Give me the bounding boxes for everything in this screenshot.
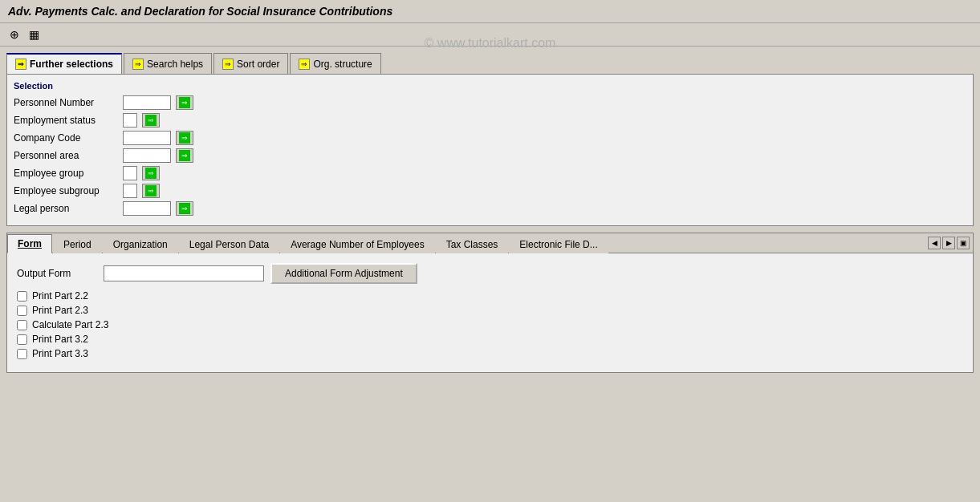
arrow-btn-employee-subgroup[interactable]: ⇒ <box>142 184 160 198</box>
arrow-btn-personnel-number[interactable]: ⇒ <box>176 95 193 110</box>
input-personnel-number[interactable] <box>123 95 171 110</box>
form-tab-content: Output Form Additional Form Adjustment P… <box>7 253 973 372</box>
checkbox-print-2-2: Print Part 2.2 <box>17 290 963 302</box>
tab-form[interactable]: Form <box>7 234 52 253</box>
checkbox-print-3-3: Print Part 3.3 <box>17 348 963 359</box>
checkbox-label-calculate-2-3[interactable]: Calculate Part 2.3 <box>32 319 108 330</box>
output-form-input[interactable] <box>104 265 264 281</box>
checkbox-label-print-2-3[interactable]: Print Part 2.3 <box>32 305 88 316</box>
input-employee-subgroup[interactable] <box>123 184 137 198</box>
output-form-label: Output Form <box>17 268 97 279</box>
checkbox-calculate-2-3: Calculate Part 2.3 <box>17 319 963 330</box>
tab-organization[interactable]: Organization <box>103 235 178 253</box>
arrow-btn-personnel-area[interactable]: ⇒ <box>176 148 193 163</box>
label-company-code: Company Code <box>14 132 118 144</box>
label-employee-subgroup: Employee subgroup <box>14 185 118 196</box>
app-title: Adv. Payments Calc. and Declaration for … <box>8 5 392 18</box>
layout-icon[interactable]: ▦ <box>26 26 42 43</box>
main-tabs-nav: Form Period Organization Legal Person Da… <box>7 233 973 253</box>
selection-panel: Selection Personnel Number ⇒ Employment … <box>6 74 974 226</box>
tab-legal-person-data[interactable]: Legal Person Data <box>179 235 279 253</box>
tab-search-helps[interactable]: ⇒ Search helps <box>124 53 212 74</box>
tab-tax-classes[interactable]: Tax Classes <box>436 235 509 253</box>
tab-scroll-left[interactable]: ◀ <box>928 237 941 249</box>
checkbox-input-print-3-3[interactable] <box>17 349 27 359</box>
tab-expand[interactable]: ▣ <box>957 237 970 249</box>
checkbox-input-print-2-2[interactable] <box>17 291 27 302</box>
label-personnel-number: Personnel Number <box>14 97 118 108</box>
input-legal-person[interactable] <box>123 201 171 216</box>
tab-scroll-buttons: ◀ ▶ ▣ <box>928 237 973 249</box>
toolbar: ⊕ ▦ © www.tutorialkart.com <box>0 23 980 47</box>
field-row-employee-group: Employee group ⇒ <box>14 166 966 180</box>
further-selections-arrow: ⇒ <box>15 59 26 70</box>
arrow-btn-employee-group[interactable]: ⇒ <box>142 166 160 180</box>
title-bar: Adv. Payments Calc. and Declaration for … <box>0 0 980 23</box>
label-personnel-area: Personnel area <box>14 150 118 161</box>
field-row-company-code: Company Code ⇒ <box>14 131 966 145</box>
tab-period[interactable]: Period <box>53 235 102 253</box>
checkbox-label-print-2-2[interactable]: Print Part 2.2 <box>32 290 88 302</box>
checkbox-label-print-3-3[interactable]: Print Part 3.3 <box>32 348 88 359</box>
checkbox-print-3-2: Print Part 3.2 <box>17 334 963 345</box>
tab-electronic-file[interactable]: Electronic File D... <box>509 235 608 253</box>
tab-further-selections[interactable]: ⇒ Further selections <box>6 53 122 74</box>
tab-avg-employees[interactable]: Average Number of Employees <box>280 235 435 253</box>
label-employment-status: Employment status <box>14 115 118 126</box>
top-tabs: ⇒ Further selections ⇒ Search helps ⇒ So… <box>6 53 974 74</box>
label-employee-group: Employee group <box>14 168 118 179</box>
input-personnel-area[interactable] <box>123 148 171 163</box>
org-structure-arrow: ⇒ <box>299 59 310 70</box>
tab-scroll-right[interactable]: ▶ <box>942 237 955 249</box>
field-row-personnel-number: Personnel Number ⇒ <box>14 95 966 110</box>
output-form-row: Output Form Additional Form Adjustment <box>17 263 963 284</box>
tab-org-structure[interactable]: ⇒ Org. structure <box>290 53 380 74</box>
label-legal-person: Legal person <box>14 203 118 214</box>
arrow-btn-employment-status[interactable]: ⇒ <box>142 113 160 128</box>
checkbox-print-2-3: Print Part 2.3 <box>17 305 963 316</box>
field-row-employment-status: Employment status ⇒ <box>14 113 966 128</box>
tab-sort-order[interactable]: ⇒ Sort order <box>213 53 288 74</box>
checkbox-input-print-2-3[interactable] <box>17 306 27 316</box>
input-employee-group[interactable] <box>123 166 137 180</box>
arrow-btn-legal-person[interactable]: ⇒ <box>176 201 193 216</box>
input-employment-status[interactable] <box>123 113 137 128</box>
input-company-code[interactable] <box>123 131 171 145</box>
arrow-btn-company-code[interactable]: ⇒ <box>176 131 193 145</box>
additional-form-button[interactable]: Additional Form Adjustment <box>270 263 417 284</box>
field-row-personnel-area: Personnel area ⇒ <box>14 148 966 163</box>
checkbox-input-calculate-2-3[interactable] <box>17 320 27 330</box>
search-helps-arrow: ⇒ <box>132 59 144 70</box>
navigate-icon[interactable]: ⊕ <box>6 26 22 43</box>
field-row-legal-person: Legal person ⇒ <box>14 201 966 216</box>
sort-order-arrow: ⇒ <box>222 59 234 70</box>
field-row-employee-subgroup: Employee subgroup ⇒ <box>14 184 966 198</box>
checkbox-input-print-3-2[interactable] <box>17 334 27 345</box>
selection-title: Selection <box>14 81 966 91</box>
main-tabs-panel: Form Period Organization Legal Person Da… <box>6 233 974 373</box>
checkbox-label-print-3-2[interactable]: Print Part 3.2 <box>32 334 88 345</box>
